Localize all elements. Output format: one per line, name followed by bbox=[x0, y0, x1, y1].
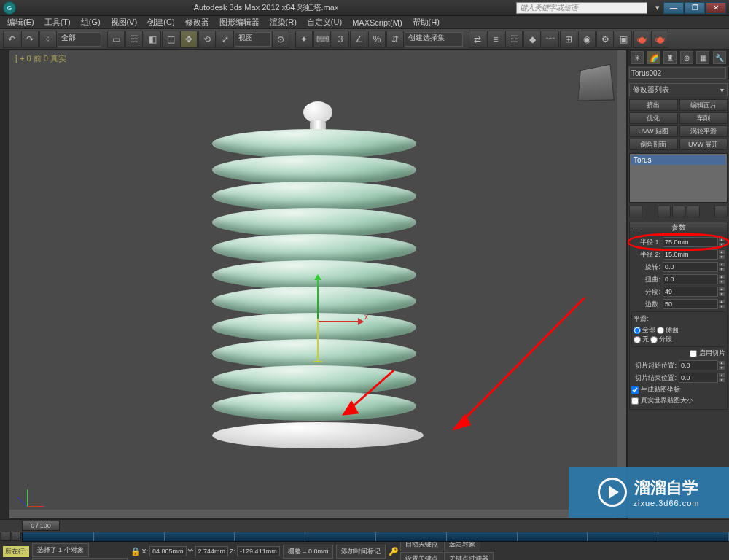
spinner-sides[interactable] bbox=[663, 299, 718, 309]
mod-lathe[interactable]: 车削 bbox=[679, 112, 728, 124]
spinner-rotation[interactable] bbox=[663, 262, 718, 272]
help-search-input[interactable]: 键入关键字或短语 bbox=[516, 2, 647, 14]
tab-display[interactable]: ▦ bbox=[696, 51, 709, 64]
mod-uvwmap[interactable]: UVW 贴图 bbox=[629, 125, 678, 137]
viewport-scrollbar-v[interactable] bbox=[617, 50, 626, 510]
link-button[interactable]: ⁘ bbox=[39, 31, 57, 48]
menu-create[interactable]: 创建(C) bbox=[143, 17, 179, 28]
radio-smooth-sides[interactable] bbox=[657, 327, 664, 334]
make-unique-button[interactable] bbox=[672, 206, 685, 217]
viewport-label[interactable]: [ + 0 前 0 真实 bbox=[15, 53, 66, 64]
menu-modifiers[interactable]: 修改器 bbox=[181, 17, 214, 28]
schematic-button[interactable]: ⊞ bbox=[560, 31, 577, 48]
mod-turbosmooth[interactable]: 涡轮平滑 bbox=[679, 125, 728, 137]
tab-motion[interactable]: ⊚ bbox=[680, 51, 693, 64]
radio-smooth-segs[interactable] bbox=[650, 336, 658, 343]
menu-graph-editors[interactable]: 图形编辑器 bbox=[215, 17, 264, 28]
menu-group[interactable]: 组(G) bbox=[77, 17, 105, 28]
mirror-button[interactable]: ⇄ bbox=[469, 31, 486, 48]
select-scale-button[interactable]: ⤢ bbox=[217, 31, 234, 48]
maximize-button[interactable]: ❐ bbox=[685, 2, 705, 14]
coord-z[interactable]: -129.411mm bbox=[237, 546, 280, 556]
minimize-button[interactable]: — bbox=[663, 2, 684, 14]
select-name-button[interactable]: ☰ bbox=[125, 31, 143, 48]
checkbox-slice-on[interactable] bbox=[690, 350, 697, 357]
show-end-result-button[interactable] bbox=[658, 206, 671, 217]
select-move-button[interactable]: ✥ bbox=[180, 31, 198, 48]
tab-create[interactable]: ✳ bbox=[631, 51, 644, 64]
redo-button[interactable]: ↷ bbox=[21, 31, 39, 48]
selection-filter[interactable]: 全部 bbox=[58, 32, 101, 47]
menu-help[interactable]: 帮助(H) bbox=[408, 17, 444, 28]
snap-toggle-3-button[interactable]: 3 bbox=[332, 31, 349, 48]
spinner-segments[interactable] bbox=[663, 287, 718, 297]
key-icon[interactable]: 🔑 bbox=[389, 547, 399, 556]
radio-smooth-none[interactable] bbox=[634, 336, 641, 343]
angle-snap-button[interactable]: ∠ bbox=[350, 31, 367, 48]
ref-coord-system[interactable]: 视图 bbox=[235, 32, 271, 47]
viewport-scrollbar-h[interactable] bbox=[9, 510, 617, 518]
menu-customize[interactable]: 自定义(U) bbox=[303, 17, 346, 28]
viewport-front[interactable]: [ + 0 前 0 真实 x bbox=[9, 50, 627, 519]
mod-editpatch[interactable]: 编辑面片 bbox=[679, 99, 728, 111]
layers-button[interactable]: ☲ bbox=[505, 31, 523, 48]
modifier-list-dropdown[interactable]: 修改器列表▾ bbox=[629, 83, 728, 96]
menu-edit[interactable]: 编辑(E) bbox=[3, 17, 39, 28]
curve-editor-button[interactable]: 〰 bbox=[542, 31, 559, 48]
pivot-center-button[interactable]: ⊙ bbox=[272, 31, 289, 48]
spinner-twist[interactable] bbox=[663, 274, 718, 284]
pin-stack-button[interactable] bbox=[629, 206, 642, 217]
keyboard-shortcut-button[interactable]: ⌨ bbox=[313, 31, 331, 48]
manipulate-button[interactable]: ✦ bbox=[295, 31, 313, 48]
time-slider-thumb[interactable]: 0 / 100 bbox=[22, 521, 60, 531]
modifier-stack[interactable]: Torus bbox=[629, 153, 728, 203]
menu-views[interactable]: 视图(V) bbox=[106, 17, 142, 28]
close-button[interactable]: ✕ bbox=[706, 2, 726, 14]
stack-item-torus[interactable]: Torus bbox=[631, 155, 725, 165]
select-rotate-button[interactable]: ⟲ bbox=[198, 31, 216, 48]
render-iterative-button[interactable]: 🫖 bbox=[651, 31, 668, 48]
spinner-radius2[interactable] bbox=[663, 249, 718, 260]
render-button[interactable]: 🫖 bbox=[633, 31, 650, 48]
named-sel-set[interactable]: 创建选择集 bbox=[405, 32, 463, 47]
spinner-snap-button[interactable]: ⇵ bbox=[386, 31, 404, 48]
mod-extrude[interactable]: 挤出 bbox=[629, 99, 678, 111]
viewcube[interactable] bbox=[577, 64, 615, 101]
checkbox-gen-uv[interactable] bbox=[631, 386, 639, 394]
help-dropdown-icon[interactable]: ▾ bbox=[652, 3, 663, 12]
coord-y[interactable]: 2.744mm bbox=[195, 546, 229, 556]
key-filters-button[interactable]: 关键点过滤器 bbox=[444, 552, 494, 561]
tab-modify[interactable]: 🌈 bbox=[647, 51, 660, 64]
mod-bevelprofile[interactable]: 倒角剖面 bbox=[629, 139, 678, 150]
configure-sets-button[interactable] bbox=[714, 206, 728, 217]
undo-button[interactable]: ↶ bbox=[3, 31, 20, 48]
tab-utilities[interactable]: 🔧 bbox=[713, 51, 726, 64]
render-setup-button[interactable]: ⚙ bbox=[596, 31, 614, 48]
mod-optimize[interactable]: 优化 bbox=[629, 112, 678, 124]
mod-unwrap[interactable]: UVW 展开 bbox=[679, 139, 728, 150]
percent-snap-button[interactable]: % bbox=[368, 31, 386, 48]
checkbox-real-uv[interactable] bbox=[631, 397, 639, 405]
spinner-radius1[interactable] bbox=[663, 237, 718, 247]
remove-modifier-button[interactable] bbox=[687, 206, 700, 217]
object-name-field[interactable] bbox=[629, 67, 726, 79]
rect-region-button[interactable]: ◧ bbox=[144, 31, 161, 48]
select-object-button[interactable]: ▭ bbox=[107, 31, 125, 48]
rendered-frame-button[interactable]: ▣ bbox=[615, 31, 632, 48]
window-crossing-button[interactable]: ◫ bbox=[162, 31, 179, 48]
time-slider[interactable]: 0 / 100 bbox=[0, 520, 729, 532]
rollout-params-header[interactable]: –参数 bbox=[629, 222, 728, 233]
track-bar[interactable] bbox=[22, 532, 729, 542]
add-time-tag[interactable]: 添加时间标记 bbox=[336, 545, 386, 559]
radio-smooth-all[interactable] bbox=[634, 327, 641, 334]
menu-tools[interactable]: 工具(T) bbox=[40, 17, 75, 28]
menu-rendering[interactable]: 渲染(R) bbox=[265, 17, 301, 28]
tab-hierarchy[interactable]: ♜ bbox=[663, 51, 677, 64]
align-button[interactable]: ≡ bbox=[487, 31, 504, 48]
coord-x[interactable]: 84.805mm bbox=[149, 546, 187, 556]
set-key-button[interactable]: 设置关键点 bbox=[400, 552, 443, 561]
material-editor-button[interactable]: ◉ bbox=[578, 31, 596, 48]
graphite-button[interactable]: ◆ bbox=[523, 31, 541, 48]
menu-maxscript[interactable]: MAXScript(M) bbox=[348, 18, 406, 27]
lock-icon[interactable]: 🔒 bbox=[130, 547, 141, 556]
